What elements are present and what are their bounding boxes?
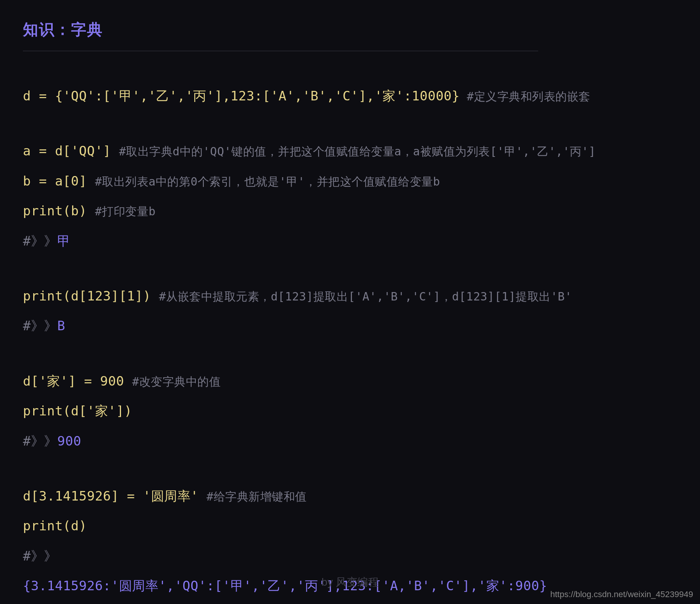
output-line: #》》B xyxy=(23,315,677,336)
output-line: #》》 xyxy=(23,546,677,566)
comment-text: #取出字典d中的'QQ'键的值，并把这个值赋值给变量a，a被赋值为列表['甲',… xyxy=(119,145,596,158)
output-value: B xyxy=(57,318,65,333)
output-marker: #》》 xyxy=(23,318,57,333)
comment-text: #从嵌套中提取元素，d[123]提取出['A','B','C']，d[123][… xyxy=(159,290,572,303)
code-line: d['家'] = 900 #改变字典中的值 xyxy=(23,371,677,391)
code-line: a = d['QQ'] #取出字典d中的'QQ'键的值，并把这个值赋值给变量a，… xyxy=(23,141,677,161)
output-value: 甲 xyxy=(57,233,71,249)
code-block-3: print(d[123][1]) #从嵌套中提取元素，d[123]提取出['A'… xyxy=(23,286,677,336)
code-text: b = a[0] xyxy=(23,173,95,189)
code-line: d = {'QQ':['甲','乙','丙'],123:['A','B','C'… xyxy=(23,86,677,106)
output-line: #》》甲 xyxy=(23,231,677,251)
code-line: d[3.1415926] = '圆周率' #给字典新增键和值 xyxy=(23,486,677,506)
code-text: print(d[123][1]) xyxy=(23,288,159,304)
code-line: print(d) xyxy=(23,515,677,536)
code-line: print(d['家']) xyxy=(23,401,677,421)
code-text: print(b) xyxy=(23,203,95,218)
code-text: print(d['家']) xyxy=(23,403,132,418)
comment-text: #给字典新增键和值 xyxy=(206,490,307,503)
code-block-2: a = d['QQ'] #取出字典d中的'QQ'键的值，并把这个值赋值给变量a，… xyxy=(23,141,677,251)
watermark-text: https://blog.csdn.net/weixin_45239949 xyxy=(550,589,693,599)
output-value: 900 xyxy=(57,433,81,449)
code-text: d = {'QQ':['甲','乙','丙'],123:['A','B','C'… xyxy=(23,88,460,103)
code-line: b = a[0] #取出列表a中的第0个索引，也就是'甲'，并把这个值赋值给变量… xyxy=(23,171,677,191)
code-text: d[3.1415926] = '圆周率' xyxy=(23,488,206,504)
comment-text: #改变字典中的值 xyxy=(132,375,221,388)
output-line: #》》900 xyxy=(23,431,677,451)
code-text: a = d['QQ'] xyxy=(23,143,119,158)
comment-text: #打印变量b xyxy=(95,205,156,218)
code-block-1: d = {'QQ':['甲','乙','丙'],123:['A','B','C'… xyxy=(23,86,677,106)
code-line: print(b) #打印变量b xyxy=(23,200,677,221)
output-marker: #》》 xyxy=(23,233,57,249)
comment-text: #取出列表a中的第0个索引，也就是'甲'，并把这个值赋值给变量b xyxy=(95,175,440,188)
divider xyxy=(23,51,538,51)
code-line: print(d[123][1]) #从嵌套中提取元素，d[123]提取出['A'… xyxy=(23,286,677,306)
output-marker: #》》 xyxy=(23,548,57,564)
comment-text: #定义字典和列表的嵌套 xyxy=(460,90,590,103)
output-marker: #》》 xyxy=(23,433,57,449)
code-text: print(d) xyxy=(23,518,87,533)
page-title: 知识：字典 xyxy=(23,19,677,40)
credit-text: by 风变编程 xyxy=(321,575,378,589)
code-block-4: d['家'] = 900 #改变字典中的值 print(d['家']) #》》9… xyxy=(23,371,677,451)
code-text: d['家'] = 900 xyxy=(23,373,132,389)
